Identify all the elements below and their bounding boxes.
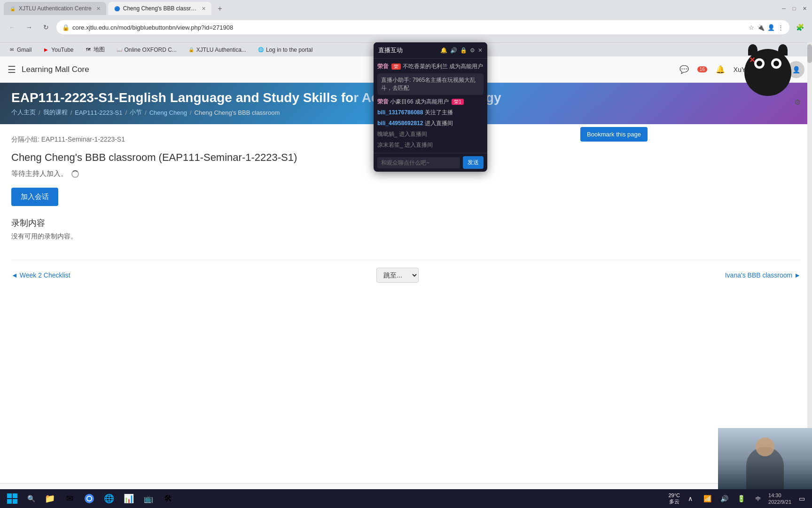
join-session-button[interactable]: 加入会话 [11,188,58,206]
chat-header-icons: 🔔 🔊 🔒 ⚙ ✕ [440,47,483,54]
tab1-label: XJTLU Authentication Centre [19,5,92,12]
oxford-favicon: 📖 [116,47,123,53]
extensions-button[interactable]: 🧩 [793,21,806,34]
show-desktop-button[interactable]: ▭ [795,492,808,505]
chat-message-2: 荣音 小豪目66 成为高能用户 荣1 [377,98,484,106]
chat-lock-icon[interactable]: 🔒 [460,47,467,54]
svg-rect-0 [7,493,12,498]
profile-icon[interactable]: 👤 [767,24,775,31]
chat-system-msg: 直播小助手: 7965名主播在玩视频大乱斗，去匹配 [377,73,484,95]
mascot-settings-icon[interactable]: ⚙ [794,98,801,106]
breadcrumb-courses[interactable]: 我的课程 [43,108,68,117]
clock-date: 2022/9/21 [768,499,791,505]
powerpoint-taskbar-button[interactable]: 📊 [120,490,137,507]
chat-settings-icon[interactable]: ⚙ [470,47,475,54]
map-favicon: 🗺 [85,47,92,53]
chat-user-2: 荣音 [377,98,389,105]
breadcrumb-course-code[interactable]: EAP111-2223-S1 [75,109,122,116]
forward-button[interactable]: → [23,21,36,34]
file-explorer-button[interactable]: 📁 [41,490,58,507]
tab-1[interactable]: 🔒 XJTLU Authentication Centre ✕ [4,2,106,15]
mascot: ✕ ⚙ [744,49,801,110]
chat-input[interactable] [377,157,460,168]
send-button[interactable]: 发送 [463,156,484,169]
bookmark-oxford[interactable]: 📖 Online OXFORD C... [113,46,180,54]
recordings-title: 录制内容 [11,217,801,229]
chat-close-icon[interactable]: ✕ [478,47,483,54]
chat-text-4: 进入直播间 [425,120,453,127]
prev-page-link[interactable]: ◄ Week 2 Checklist [11,271,70,279]
taskbar: 🔍 📁 ✉ 🌐 📊 📺 🛠 29°C 多云 ∧ 📶 🔊 🔋 中 14:30 20… [0,489,812,508]
jump-select[interactable]: 跳至... Week 1 Week 2 Week 3 [376,268,419,283]
star-icon[interactable]: ☆ [749,24,754,31]
search-taskbar-button[interactable]: 🔍 [23,491,39,506]
start-button[interactable] [4,490,21,507]
menu-icon[interactable]: ⋮ [778,24,784,31]
portal-favicon: 🌐 [258,47,264,53]
close-button[interactable]: ✕ [801,5,808,12]
chat-user-1: 荣音 [377,63,389,70]
new-tab-button[interactable]: ＋ [213,2,226,15]
chat-text-3: 关注了主播 [425,109,453,116]
bookmark-youtube[interactable]: ▶ YouTube [40,46,76,54]
chat-text-1: 不吃香菜的毛利兰 成为高能用户 [403,63,483,70]
notification-badge: 16 [697,66,707,72]
scrollbar-thumb[interactable] [807,44,812,63]
chat-message-1: 荣音 荣 不吃香菜的毛利兰 成为高能用户 [377,63,484,71]
notifications-button[interactable]: 🔔 [712,61,729,78]
taskbar-right: 29°C 多云 ∧ 📶 🔊 🔋 中 14:30 2022/9/21 ▭ [668,492,808,506]
clock: 14:30 2022/9/21 [768,492,791,506]
chat-header: 直播互动 🔔 🔊 🔒 ⚙ ✕ [374,42,487,59]
bookmark-this-page-button[interactable]: Bookmark this page [580,127,648,142]
chrome-taskbar-button[interactable] [81,490,98,507]
chat-bell-icon[interactable]: 🔔 [440,47,447,54]
window-controls: ─ □ ✕ [780,5,808,12]
chat-user-6: 凉末若笙_ 进入直播间 [377,142,433,148]
scrollbar-track[interactable] [807,42,812,489]
tab2-close[interactable]: ✕ [202,6,206,12]
svg-point-6 [87,497,91,500]
breadcrumb-teacher[interactable]: Cheng Cheng [149,109,187,116]
minimize-button[interactable]: ─ [780,5,788,12]
volume-icon[interactable]: 🔊 [718,492,731,505]
refresh-button[interactable]: ↻ [39,21,53,34]
weather-temp: 29°C [668,492,680,498]
mail-taskbar-button[interactable]: ✉ [61,490,78,507]
chat-user-3: bili_13176786088 [377,109,423,116]
bilibili-taskbar-button[interactable]: 📺 [140,490,157,507]
input-method-icon[interactable]: 中 [751,492,765,505]
back-button[interactable]: ← [6,21,19,34]
chat-badge-1: 荣 [391,64,401,70]
edge-taskbar-button[interactable]: 🌐 [101,490,117,507]
address-bar[interactable]: 🔒 core.xjtlu.edu.cn/mod/bigbluebuttonbn/… [56,20,789,34]
waiting-text: 等待主持人加入。 [11,169,68,178]
svg-rect-2 [7,499,12,504]
taskbar-chevron-icon[interactable]: ∧ [684,492,697,505]
address-bar-row: ← → ↻ 🔒 core.xjtlu.edu.cn/mod/bigbluebut… [0,17,812,38]
hamburger-menu[interactable]: ☰ [8,64,16,75]
oxford-label: Online OXFORD C... [125,47,177,53]
pagination: ◄ Week 2 Checklist 跳至... Week 1 Week 2 W… [11,260,801,290]
maximize-button[interactable]: □ [790,5,798,12]
address-text: core.xjtlu.edu.cn/mod/bigbluebuttonbn/vi… [72,24,746,31]
breadcrumb-home[interactable]: 个人主页 [11,108,36,117]
next-page-link[interactable]: Ivana's BBB classroom ► [725,271,801,279]
chat-message-4: bili_44958692812 进入直播间 [377,119,484,127]
no-recordings-text: 没有可用的录制内容。 [11,232,801,241]
messages-button[interactable]: 💬 [676,61,693,78]
extra-app-button[interactable]: 🛠 [160,490,177,507]
battery-icon[interactable]: 🔋 [734,492,748,505]
breadcrumb-section[interactable]: 小节 [130,108,142,117]
bookmark-xjtlu[interactable]: 🔒 XJTLU Authentica... [185,46,249,54]
tab2-label: Cheng Cheng's BBB classroom [123,5,197,12]
bookmark-gmail[interactable]: ✉ Gmail [6,46,34,54]
tab-2[interactable]: 🔵 Cheng Cheng's BBB classroom ✕ [108,2,211,15]
extension-icon[interactable]: 🔌 [757,24,765,31]
chat-message-5: 魄呲躺_ 进入直播间 [377,130,484,138]
bookmark-map[interactable]: 🗺 地图 [82,45,108,55]
gmail-label: Gmail [17,47,31,53]
tab1-close[interactable]: ✕ [96,6,101,12]
chat-sound-icon[interactable]: 🔊 [450,47,457,54]
bookmark-portal[interactable]: 🌐 Log in to the portal [255,46,315,54]
network-icon[interactable]: 📶 [701,492,714,505]
